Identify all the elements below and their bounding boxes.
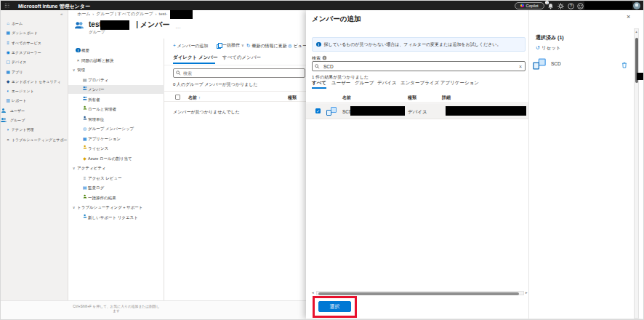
settings-gear-icon[interactable] [558, 3, 564, 9]
sidebar-collapse-icon[interactable]: « [60, 12, 63, 16]
add-members-flyout: メンバーの追加 × 探しているものが見つからない場合は、フィルターの変更または追… [306, 10, 644, 319]
flyout-title: メンバーの追加 [312, 15, 361, 24]
sidebar-item-endpoint-security[interactable]: エンドポイント セキュリティ [1, 78, 68, 86]
refresh-button[interactable]: ↻最新の情報に更新 [246, 41, 287, 49]
flyout-tab-all[interactable]: すべて [312, 80, 326, 87]
title-context-menu-icon[interactable]: … [175, 23, 181, 30]
blade-item-access-reviews[interactable]: アクセス レビュー [68, 174, 164, 183]
devices-icon [4, 58, 12, 66]
help-icon[interactable]: ? [568, 3, 574, 9]
clear-search-icon[interactable]: × [519, 64, 522, 69]
feedback-smiley-icon[interactable] [577, 3, 584, 9]
breadcrumb-home[interactable]: ホーム [77, 12, 90, 16]
copilot-icon [520, 4, 524, 7]
tab-direct-members[interactable]: ダイレクト メンバー [173, 55, 218, 61]
sidebar-item-dashboard[interactable]: ダッシュボード [1, 29, 68, 37]
top-bar: Microsoft Intune 管理センター Copilot 1 ? [1, 1, 644, 10]
owners-icon [81, 95, 88, 104]
sidebar-item-groups[interactable]: グループ [1, 116, 68, 124]
scroll-up-icon[interactable]: ▲ [635, 30, 638, 33]
flyout-tab-enterprise-apps[interactable]: エンタープライズ アプリケーション [401, 80, 479, 87]
members-search-box[interactable] [173, 68, 305, 78]
intune-admin-center: { "colors": { "accent": "#0078d4", "anno… [0, 0, 644, 320]
breadcrumb: ホーム›グループ | すべてのグループ›test- [77, 11, 167, 17]
breadcrumb-all-groups[interactable]: グループ | すべてのグループ [96, 12, 153, 16]
active-tab-underline [173, 63, 215, 64]
flyout-tab-users[interactable]: ユーザー [331, 80, 350, 87]
info-icon [75, 46, 81, 55]
copilot-button[interactable]: Copilot [515, 2, 544, 9]
redacted-group-name [100, 20, 129, 30]
shield-icon [4, 78, 12, 86]
explorer-compass-icon [4, 49, 12, 57]
column-name: 名前 [342, 95, 351, 101]
sidebar-item-apps[interactable]: アプリ [1, 68, 68, 76]
flyout-tab-groups[interactable]: グループ [355, 80, 374, 87]
sidebar-item-home[interactable]: ホーム [1, 20, 68, 28]
scrollbar-thumb[interactable] [318, 292, 519, 295]
blade-item-licenses[interactable]: ライセンス [68, 144, 164, 153]
sidebar-item-troubleshooting[interactable]: トラブルシューティングとサポート [1, 136, 68, 144]
column-type[interactable]: 種類 [288, 95, 297, 101]
blade-item-properties[interactable]: プロパティ [68, 76, 164, 84]
blade-item-audit-logs[interactable]: 監査ログ [68, 183, 164, 192]
members-search-input[interactable] [183, 71, 305, 76]
sidebar-item-explorer[interactable]: エクスプローラー [1, 49, 68, 57]
global-sidebar: « ホーム ダッシュボード すべてのサービス エクスプローラー デバイス アプリ… [1, 10, 68, 300]
results-table-header: 名前 種類 詳細 [306, 92, 528, 103]
blade-item-overview[interactable]: 概要 [68, 46, 164, 55]
redacted-device-details [446, 106, 526, 116]
blade-item-admin-units[interactable]: 管理単位 [68, 115, 164, 124]
search-value: SCD [323, 64, 334, 69]
close-icon[interactable]: × [627, 13, 630, 20]
blade-group-activity[interactable]: アクティビティ [68, 164, 164, 172]
info-icon [322, 56, 326, 60]
blade-item-diagnose[interactable]: 問題の診断と解決 [68, 56, 164, 65]
flyout-search-box[interactable]: SCD × [312, 61, 526, 71]
page-subtitle: グループ [89, 30, 105, 35]
horizontal-scrollbar[interactable] [316, 291, 524, 295]
blade-item-owners[interactable]: 所有者 [68, 95, 164, 104]
blade-item-roles-admins[interactable]: ロールと管理者 [68, 105, 164, 113]
column-name[interactable]: 名前↑ [188, 95, 201, 101]
sidebar-item-users[interactable]: ユーザー [1, 107, 68, 115]
add-members-button[interactable]: +メンバーの追加 [173, 41, 208, 49]
vertical-scrollbar[interactable]: ▲ [634, 28, 639, 319]
redacted-breadcrumb-group-name [170, 10, 193, 19]
refresh-icon: ↻ [246, 43, 250, 48]
remove-selected-trash-icon[interactable] [621, 62, 627, 68]
scroll-left-icon[interactable]: ◄ [311, 291, 314, 295]
tab-all-members[interactable]: すべてのメンバー [222, 55, 261, 61]
blade-group-manage[interactable]: 管理 [68, 65, 164, 74]
sidebar-item-tenant-admin[interactable]: テナント管理 [1, 126, 68, 134]
blade-item-members[interactable]: メンバー [68, 85, 164, 94]
result-row[interactable]: SCD デバイス [306, 103, 528, 119]
sidebar-item-reports[interactable]: レポート [1, 97, 68, 105]
redacted-account-info [584, 1, 632, 9]
properties-icon [81, 76, 88, 84]
user-avatar[interactable] [633, 2, 640, 9]
licenses-icon [81, 144, 88, 153]
breadcrumb-group[interactable]: test- [159, 12, 168, 16]
blade-group-troubleshooting[interactable]: トラブルシューティング + サポート [68, 203, 164, 212]
blade-item-group-memberships[interactable]: グループ メンバーシップ [68, 124, 164, 133]
app-launcher-icon[interactable] [4, 3, 9, 8]
chevron-down-icon [71, 203, 77, 212]
reset-button[interactable]: ↺リセット [536, 45, 560, 52]
sidebar-item-agents[interactable]: エージェント [1, 87, 68, 95]
row-checkbox[interactable] [315, 108, 321, 113]
blade-item-new-support-request[interactable]: 新しいサポート リクエスト [68, 213, 164, 222]
sidebar-item-devices[interactable]: デバイス [1, 58, 68, 66]
sidebar-item-all-services[interactable]: すべてのサービス [1, 39, 68, 47]
flyout-tab-devices[interactable]: デバイス [377, 80, 397, 87]
audit-logs-icon [81, 183, 88, 192]
group-blade-menu: 概要 問題の診断と解決 管理 プロパティ メンバー 所有者 ロールと管理者 管理… [68, 39, 164, 300]
chevron-down-icon: ∨ [241, 43, 244, 47]
select-all-checkbox[interactable] [175, 95, 180, 100]
blade-item-applications[interactable]: アプリケーション [68, 135, 164, 143]
scroll-right-icon[interactable]: ► [525, 291, 528, 295]
blade-item-azure-roles[interactable]: Azure ロールの割り当て [68, 154, 164, 163]
blade-item-bulk-results[interactable]: 一括操作の結果 [68, 193, 164, 202]
bulk-operations-button[interactable]: 一括操作∨ [217, 41, 244, 49]
column-type: 種類 [408, 95, 416, 101]
